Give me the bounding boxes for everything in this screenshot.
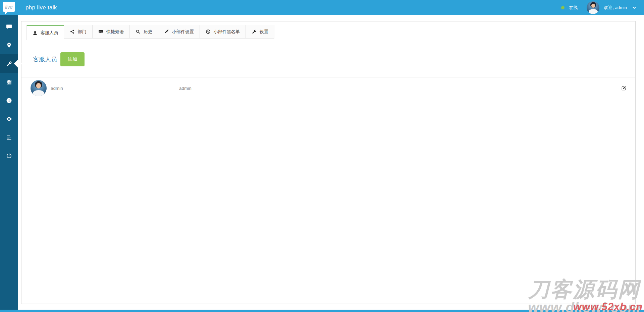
tab-history[interactable]: 历史 [129, 25, 158, 39]
edit-agent-button[interactable] [621, 85, 627, 91]
wrench-icon [252, 29, 257, 34]
wrench-icon [6, 61, 12, 67]
tab-settings[interactable]: 设置 [246, 25, 274, 39]
app-logo-text: live [5, 4, 13, 9]
tab-widget-settings[interactable]: 小部件设置 [158, 25, 200, 39]
tab-label: 小部件黑名单 [214, 29, 240, 35]
power-icon [6, 153, 12, 159]
sidebar-item-about[interactable] [0, 91, 18, 110]
tab-canned-phrases[interactable]: 快捷短语 [92, 25, 130, 39]
panel-header: 客服人员 添加 [33, 52, 635, 66]
bottom-accent-bar [0, 310, 644, 312]
info-circle-icon [6, 98, 12, 104]
sidebar-item-visitor-map[interactable] [0, 36, 18, 54]
tab-label: 快捷短语 [106, 29, 124, 35]
active-item-notch [14, 59, 22, 67]
comment-icon [6, 24, 12, 30]
edit-icon [621, 85, 627, 91]
welcome-label: 欢迎, admin [604, 5, 627, 11]
tab-bar: 客服人员部门快捷短语历史小部件设置小部件黑名单设置 [26, 25, 635, 40]
comments-icon [98, 29, 103, 34]
agent-displayname-cell: admin [179, 86, 621, 91]
departments-icon [70, 29, 75, 34]
agent-username-cell: admin [51, 86, 179, 91]
tab-widget-blacklist[interactable]: 小部件黑名单 [200, 25, 246, 39]
sidebar-item-monitor[interactable] [0, 110, 18, 128]
eye-icon [6, 116, 12, 122]
sidebar-item-logs[interactable] [0, 128, 18, 146]
list-icon [6, 134, 12, 140]
sidebar-nav [0, 15, 18, 310]
tab-label: 客服人员 [41, 30, 58, 36]
top-header-bar: live php live talk 在线 欢迎, admin [0, 0, 644, 15]
tab-label: 设置 [260, 29, 268, 35]
online-status-dot [561, 6, 565, 9]
sidebar-item-chats[interactable] [0, 17, 18, 36]
tab-label: 历史 [144, 29, 152, 35]
online-status-label: 在线 [569, 5, 578, 11]
sidebar-item-admin-tools[interactable] [0, 54, 18, 73]
map-marker-icon [6, 42, 12, 48]
tab-label: 部门 [78, 29, 87, 35]
chevron-down-icon[interactable] [632, 5, 637, 10]
search-icon [136, 29, 141, 34]
qrcode-icon [6, 79, 12, 85]
agent-avatar [31, 80, 47, 96]
ban-icon [206, 29, 211, 34]
agents-table: adminadmin [21, 77, 635, 99]
tab-agents[interactable]: 客服人员 [26, 25, 64, 40]
app-logo: live [3, 2, 15, 12]
eyedropper-icon [164, 29, 169, 34]
add-agent-button[interactable]: 添加 [60, 52, 85, 66]
user-icon [33, 30, 38, 36]
tab-departments[interactable]: 部门 [64, 25, 93, 39]
page-title: 客服人员 [33, 55, 57, 63]
user-avatar[interactable] [587, 1, 599, 14]
tab-label: 小部件设置 [172, 29, 194, 35]
sidebar-item-qrcode[interactable] [0, 73, 18, 91]
header-right-group: 在线 欢迎, admin [561, 1, 644, 14]
content-panel: 客服人员部门快捷短语历史小部件设置小部件黑名单设置 客服人员 添加 admina… [21, 21, 636, 304]
sidebar-item-logout[interactable] [0, 146, 18, 165]
table-row: adminadmin [21, 77, 635, 99]
app-title: php live talk [25, 4, 57, 11]
